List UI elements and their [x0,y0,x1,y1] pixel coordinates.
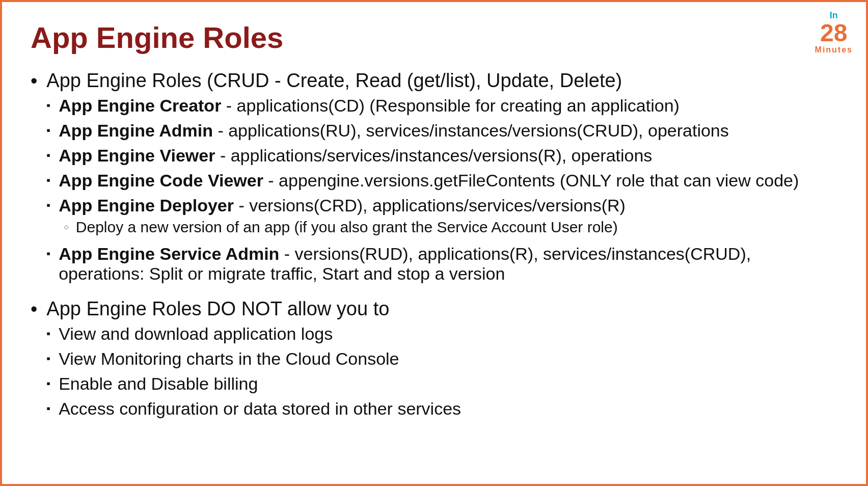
sub-content-sub2: App Engine Admin - applications(RU), ser… [59,121,837,141]
sub-rest-sub4: - appengine.versions.getFileContents (ON… [263,171,799,190]
sub-content-sub10: Access configuration or data stored in o… [59,399,837,419]
sub-bullet-sub7: ▪ [46,327,50,340]
sub-bullet-sub5: ▪ [46,199,50,212]
sub-rest-sub8: View Monitoring charts in the Cloud Cons… [59,349,399,368]
sub-list-item-sub9: ▪Enable and Disable billing [46,374,837,394]
sub-bold-sub6: App Engine Service Admin [59,244,279,263]
sub-list-item-sub3: ▪App Engine Viewer - applications/servic… [46,146,837,166]
sub-sub-list-sub5: ○Deploy a new version of an app (if you … [64,219,837,236]
sub-bold-sub2: App Engine Admin [59,121,213,140]
sub-list-item-sub4: ▪App Engine Code Viewer - appengine.vers… [46,171,837,191]
sub-content-sub4: App Engine Code Viewer - appengine.versi… [59,171,837,191]
sub-content-sub1: App Engine Creator - applications(CD) (R… [59,96,837,116]
sub-rest-sub9: Enable and Disable billing [59,374,258,393]
sub-list-item-sub1: ▪App Engine Creator - applications(CD) (… [46,96,837,116]
slide-title: App Engine Roles [31,20,837,55]
sub-list-2: ▪View and download application logs▪View… [46,324,837,419]
bullet-dot-2: • [31,298,37,321]
sub-sub-text-subsub1: Deploy a new version of an app (if you a… [76,219,618,236]
main-list-item-2: •App Engine Roles DO NOT allow you to▪Vi… [31,298,837,424]
main-item-text-1: App Engine Roles (CRUD - Create, Read (g… [46,70,622,91]
sub-content-sub7: View and download application logs [59,324,837,344]
sub-sub-bullet-subsub1: ○ [64,223,69,232]
sub-rest-sub2: - applications(RU), services/instances/v… [213,121,729,140]
sub-content-sub3: App Engine Viewer - applications/service… [59,146,837,166]
sub-list-item-sub7: ▪View and download application logs [46,324,837,344]
sub-bullet-sub6: ▪ [46,247,50,260]
main-list-item-1: •App Engine Roles (CRUD - Create, Read (… [31,70,837,289]
main-list: •App Engine Roles (CRUD - Create, Read (… [31,70,837,424]
sub-rest-sub7: View and download application logs [59,324,333,343]
sub-bold-sub4: App Engine Code Viewer [59,171,263,190]
slide-content: App Engine Roles •App Engine Roles (CRUD… [0,0,868,448]
bullet-dot-1: • [31,70,37,93]
sub-rest-sub3: - applications/services/instances/versio… [215,146,652,165]
sub-rest-sub10: Access configuration or data stored in o… [59,399,461,418]
sub-sub-item-subsub1: ○Deploy a new version of an app (if you … [64,219,837,236]
sub-list-item-sub6: ▪App Engine Service Admin - versions(RUD… [46,244,837,284]
sub-bullet-sub4: ▪ [46,174,50,187]
sub-content-sub6: App Engine Service Admin - versions(RUD)… [59,244,837,284]
sub-bold-sub5: App Engine Deployer [59,196,234,215]
sub-bullet-sub10: ▪ [46,402,50,415]
main-item-content-1: App Engine Roles (CRUD - Create, Read (g… [46,70,837,289]
sub-list-1: ▪App Engine Creator - applications(CD) (… [46,96,837,284]
sub-rest-sub1: - applications(CD) (Responsible for crea… [221,96,680,115]
sub-list-item-sub10: ▪Access configuration or data stored in … [46,399,837,419]
sub-rest-sub5: - versions(CRD), applications/services/v… [234,196,626,215]
sub-bullet-sub8: ▪ [46,352,50,365]
sub-list-item-sub8: ▪View Monitoring charts in the Cloud Con… [46,349,837,369]
sub-list-item-sub2: ▪App Engine Admin - applications(RU), se… [46,121,837,141]
sub-list-item-sub5: ▪App Engine Deployer - versions(CRD), ap… [46,196,837,239]
main-item-text-2: App Engine Roles DO NOT allow you to [46,298,389,319]
sub-bold-sub1: App Engine Creator [59,96,221,115]
sub-bullet-sub2: ▪ [46,124,50,137]
main-item-content-2: App Engine Roles DO NOT allow you to▪Vie… [46,298,837,424]
sub-content-sub8: View Monitoring charts in the Cloud Cons… [59,349,837,369]
sub-bullet-sub9: ▪ [46,377,50,390]
sub-bullet-sub1: ▪ [46,99,50,112]
sub-bullet-sub3: ▪ [46,149,50,162]
sub-content-sub5: App Engine Deployer - versions(CRD), app… [59,196,837,239]
sub-bold-sub3: App Engine Viewer [59,146,215,165]
sub-content-sub9: Enable and Disable billing [59,374,837,394]
